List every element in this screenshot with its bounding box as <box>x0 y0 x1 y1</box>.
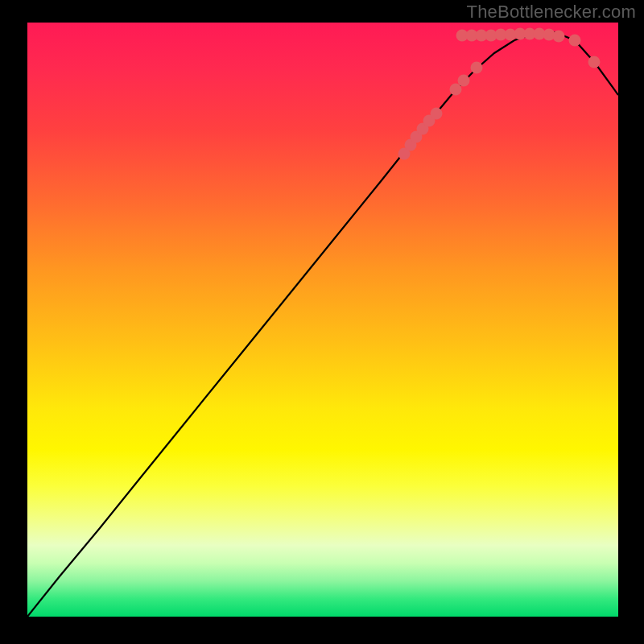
data-markers <box>398 28 601 160</box>
bottleneck-curve <box>27 23 618 617</box>
plot-area <box>27 23 618 617</box>
watermark-text: TheBottlenecker.com <box>467 2 636 23</box>
data-point <box>553 31 565 43</box>
data-point <box>458 75 470 87</box>
data-point <box>431 108 443 120</box>
data-point <box>471 62 483 74</box>
data-point <box>588 56 601 68</box>
chart-container: TheBottlenecker.com <box>0 0 644 644</box>
data-point <box>569 35 581 47</box>
curve-path <box>27 32 618 617</box>
